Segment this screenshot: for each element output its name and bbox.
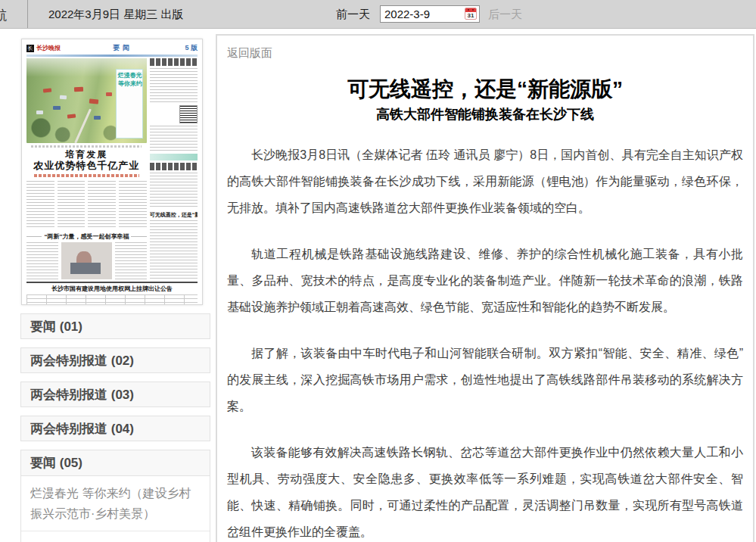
thumbnail-masthead-rule xyxy=(26,55,198,57)
article-list: 烂漫春光 等你来约（建设乡村振兴示范市·乡村美景） 培育发展农业优势特色千亿产业 xyxy=(21,476,210,542)
sidebar-section-yaowen-05[interactable]: 要闻 (05) xyxy=(21,450,210,476)
calendar-icon-day: 31 xyxy=(465,12,476,19)
qr-code xyxy=(179,105,198,123)
back-to-page-link[interactable]: 返回版面 xyxy=(227,46,272,61)
photo-overlay-box: 烂漫春光 等你来约 xyxy=(116,69,143,139)
page-thumbnail[interactable]: 长 长沙晚报 要闻 5 版 xyxy=(21,39,203,305)
prev-day-link[interactable]: 前一天 xyxy=(336,8,370,22)
article-body: 长沙晚报3月8日讯（全媒体记者 伍玲 通讯员 廖宁）8日，国内首创、具有完全自主… xyxy=(227,142,743,542)
sidebar-section-group-yaowen-05: 要闻 (05) 烂漫春光 等你来约（建设乡村振兴示范市·乡村美景） 培育发展农业… xyxy=(20,450,210,542)
thumbnail-lower-row xyxy=(26,242,147,279)
calendar-icon[interactable]: 31 xyxy=(465,8,477,20)
sidebar-section-lianghui-04[interactable]: 两会特别报道 (04) xyxy=(20,416,210,441)
top-bar: 航 2022年3月9日 星期三 出版 前一天 31 后一天 xyxy=(0,0,756,29)
photo-roof xyxy=(74,87,83,92)
article-link[interactable]: 烂漫春光 等你来约（建设乡村振兴示范市·乡村美景） xyxy=(21,476,210,531)
text-column xyxy=(26,242,58,279)
thumbnail-left-column: 烂漫春光 等你来约 培育发展 农业优势特色千亿产业 “两新”力量，感受一起创享幸… xyxy=(26,58,147,279)
photo-roof xyxy=(89,98,98,104)
nav-partial-text: 航 xyxy=(0,7,7,24)
photo-roof xyxy=(60,95,67,100)
photo-roof xyxy=(67,114,76,118)
text-column xyxy=(119,181,147,229)
article-panel: 返回版面 可无线遥控，还是“新能源版” 高铁大部件智能铺换装备在长沙下线 长沙晚… xyxy=(216,34,754,542)
text-column xyxy=(115,242,147,279)
photo-roof xyxy=(43,89,51,93)
text-column xyxy=(150,68,198,103)
right-headline-texture xyxy=(150,58,198,66)
text-column xyxy=(26,181,54,229)
thumbnail-masthead: 长 长沙晚报 要闻 5 版 xyxy=(26,42,198,54)
sidebar-section-lianghui-03[interactable]: 两会特别报道 (03) xyxy=(20,382,210,407)
text-column xyxy=(150,173,198,209)
article-paragraph: 据了解，该装备由中车时代电子和山河智能联合研制。双方紧扣“智能、安全、精准、绿色… xyxy=(227,340,743,419)
article-link[interactable]: 培育发展农业优势特色千亿产业 xyxy=(21,531,210,542)
thumbnail-article-headline: 可无线遥控，还是“新能源版” xyxy=(150,211,198,218)
article-title: 可无线遥控，还是“新能源版” xyxy=(227,77,743,101)
thumbnail-headline-line2: 农业优势特色千亿产业 xyxy=(26,160,147,172)
sidebar: 长 长沙晚报 要闻 5 版 xyxy=(20,39,210,542)
overlay-title-line2: 等你来约 xyxy=(118,79,141,88)
date-picker: 31 xyxy=(380,5,480,23)
mid-headline-text: “两新”力量，感受一起创享幸福 xyxy=(44,232,129,241)
worker-photo xyxy=(61,242,112,279)
text-column xyxy=(58,181,86,229)
photo-roof xyxy=(94,116,101,120)
thumbnail-right-column: 可无线遥控，还是“新能源版” xyxy=(150,58,198,279)
topbar-divider xyxy=(27,0,28,28)
text-column xyxy=(150,220,198,279)
article-paragraph: 轨道工程机械是铁路基础设施线路建设、维修、养护的综合性机械化施工装备，具有小批量… xyxy=(227,241,743,320)
thumbnail-page-number: 5 版 xyxy=(185,43,198,53)
rule xyxy=(26,236,42,237)
photo-road xyxy=(74,108,92,143)
thumbnail-section-title: 要闻 xyxy=(61,43,185,53)
text-column xyxy=(150,126,198,151)
overlay-title-line1: 烂漫春光 xyxy=(118,71,141,79)
article-paragraph: 该装备能够有效解决高速铁路长钢轨、岔芯等道岔大部件更换作业中仍然依赖大量人工和小… xyxy=(227,439,743,542)
thumbnail-notice: 长沙市国有建设用地使用权网上挂牌出让公告 xyxy=(26,282,198,305)
photo-roof xyxy=(53,106,61,110)
article-paragraph: 长沙晚报3月8日讯（全媒体记者 伍玲 通讯员 廖宁）8日，国内首创、具有完全自主… xyxy=(227,142,743,221)
thumbnail-subhead-texture xyxy=(34,174,140,177)
thumbnail-mid-headline: “两新”力量，感受一起创享幸福 xyxy=(26,232,147,241)
rule xyxy=(131,236,146,237)
text-column xyxy=(88,181,116,229)
green-banner xyxy=(150,154,198,160)
newspaper-logo-icon: 长 xyxy=(26,45,34,52)
next-day-link[interactable]: 后一天 xyxy=(488,8,522,22)
right-headline-texture xyxy=(150,163,198,170)
thumbnail-headline-line1: 培育发展 xyxy=(26,149,147,160)
sidebar-section-lianghui-02[interactable]: 两会特别报道 (02) xyxy=(20,347,210,373)
photo-roof xyxy=(106,92,112,96)
photo-caption-texture xyxy=(31,145,142,148)
aerial-village-photo: 烂漫春光 等你来约 xyxy=(26,58,147,143)
notice-table-texture xyxy=(26,294,198,305)
sidebar-section-yaowen-01[interactable]: 要闻 (01) xyxy=(20,313,210,339)
thumbnail-body: 烂漫春光 等你来约 培育发展 农业优势特色千亿产业 “两新”力量，感受一起创享幸… xyxy=(26,58,198,279)
notice-headline: 长沙市国有建设用地使用权网上挂牌出让公告 xyxy=(26,285,198,293)
publish-date-label: 2022年3月9日 星期三 出版 xyxy=(48,8,183,22)
newspaper-name: 长沙晚报 xyxy=(36,44,61,52)
article-subtitle: 高铁大部件智能铺换装备在长沙下线 xyxy=(227,105,743,123)
photo-roof xyxy=(36,111,43,114)
thumbnail-text-columns xyxy=(26,181,147,229)
